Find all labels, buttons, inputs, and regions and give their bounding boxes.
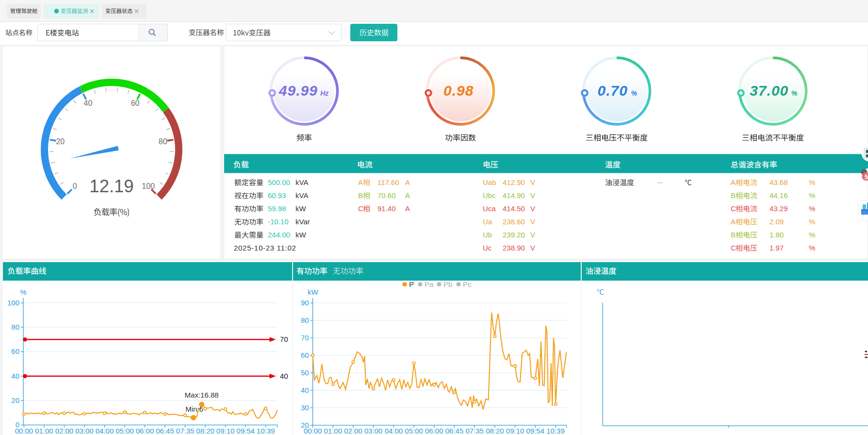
svg-text:02:00: 02:00 [344,427,362,435]
svg-text:06:00: 06:00 [425,427,443,435]
svg-text:2025-10-23 11:02: 2025-10-23 11:02 [234,244,296,252]
svg-text:80: 80 [159,137,167,146]
svg-text:kVA: kVA [295,178,308,186]
svg-text:239.20: 239.20 [503,231,525,239]
svg-text:01:00: 01:00 [35,427,53,435]
svg-text:06:45: 06:45 [445,427,464,435]
svg-text:A: A [731,218,736,226]
svg-text:1.97: 1.97 [770,244,784,252]
svg-text:09:10: 09:10 [506,427,524,435]
svg-text:%: % [809,218,815,226]
svg-text:43.29: 43.29 [770,204,788,213]
svg-text:90: 90 [301,299,309,307]
svg-text:C: C [731,204,736,213]
svg-text:59.98: 59.98 [268,204,286,213]
svg-text:Uc: Uc [483,244,492,252]
svg-text:kVar: kVar [295,218,310,226]
svg-text:0.70: 0.70 [598,83,628,99]
svg-text:Ua: Ua [483,218,492,226]
svg-text:117.60: 117.60 [377,178,399,186]
svg-text:70.60: 70.60 [377,191,396,200]
svg-text:1.80: 1.80 [770,231,784,239]
svg-text:V: V [530,244,535,252]
svg-text:00:00: 00:00 [304,427,322,435]
svg-text:70: 70 [280,335,288,343]
svg-text:100: 100 [7,299,19,307]
svg-text:--: -- [657,178,662,186]
svg-text:04:00: 04:00 [96,427,114,435]
svg-text:B: B [731,191,736,200]
svg-text:412.90: 412.90 [503,178,525,186]
svg-text:50: 50 [301,368,309,377]
svg-text:04:00: 04:00 [385,427,403,435]
svg-text:A: A [405,191,410,200]
svg-text:V: V [530,218,535,226]
svg-text:06:00: 06:00 [136,427,154,435]
svg-text:B: B [731,231,736,239]
svg-text:0.98: 0.98 [443,83,474,99]
svg-text:244.00: 244.00 [268,231,290,239]
svg-text:238.60: 238.60 [503,218,525,226]
svg-text:V: V [530,204,535,213]
svg-text:Pb: Pb [443,280,452,288]
svg-text:2.09: 2.09 [770,218,784,226]
svg-text:%: % [809,191,815,200]
svg-text:%: % [809,178,815,186]
svg-text:C: C [358,204,363,213]
svg-text:100: 100 [142,182,155,190]
svg-text:01:00: 01:00 [324,427,343,435]
svg-text:91.40: 91.40 [377,204,396,213]
svg-text:%: % [20,288,26,296]
svg-text:A: A [405,204,410,213]
svg-text:414.90: 414.90 [503,191,525,200]
svg-text:80: 80 [301,316,309,324]
svg-text:kVA: kVA [295,191,308,200]
svg-text:40: 40 [11,372,19,380]
svg-text:08:20: 08:20 [196,427,214,435]
svg-text:10:39: 10:39 [257,427,275,435]
svg-text:05:00: 05:00 [115,427,134,435]
svg-text:A: A [731,178,736,186]
svg-text:Ub: Ub [483,231,492,239]
svg-text:C: C [731,244,736,252]
svg-text:kW: kW [295,204,307,213]
svg-text:10:39: 10:39 [546,427,565,435]
svg-text:Ubc: Ubc [483,191,496,200]
svg-text:70: 70 [301,334,309,342]
svg-text:60.93: 60.93 [268,191,286,200]
svg-text:09:10: 09:10 [216,427,235,435]
svg-text:500.00: 500.00 [268,178,290,186]
svg-text:Uca: Uca [483,204,496,213]
svg-text:Pc: Pc [463,280,472,288]
svg-text:%: % [631,89,638,97]
svg-text:37.00: 37.00 [750,83,788,99]
svg-text:07:35: 07:35 [465,427,484,435]
svg-text:40: 40 [301,386,309,394]
svg-text:40: 40 [280,372,288,380]
svg-text:49.99: 49.99 [278,83,318,99]
svg-text:238.90: 238.90 [503,244,525,252]
svg-text:%: % [809,231,815,239]
svg-text:06:45: 06:45 [156,427,174,435]
svg-text:09:54: 09:54 [236,427,255,435]
svg-text:20: 20 [11,396,19,404]
svg-text:-10.10: -10.10 [268,218,289,226]
svg-text:07:35: 07:35 [176,427,195,435]
svg-text:P: P [409,280,414,288]
svg-text:5: 5 [865,173,868,181]
svg-text:Min:6: Min:6 [185,405,203,413]
svg-text:02:00: 02:00 [55,427,74,435]
svg-text:12.19: 12.19 [89,176,133,196]
svg-text:Max:16.88: Max:16.88 [185,391,219,399]
svg-text:V: V [530,231,535,239]
svg-text:414.50: 414.50 [503,204,525,213]
svg-text:V: V [530,191,535,200]
svg-text:05:00: 05:00 [405,427,423,435]
svg-text:B: B [358,191,363,200]
svg-text:A: A [405,178,410,186]
svg-text:kW: kW [295,231,307,239]
svg-text:60: 60 [301,351,309,359]
svg-text:08:20: 08:20 [486,427,504,435]
svg-text:kW: kW [308,288,319,296]
svg-text:A: A [358,178,363,186]
